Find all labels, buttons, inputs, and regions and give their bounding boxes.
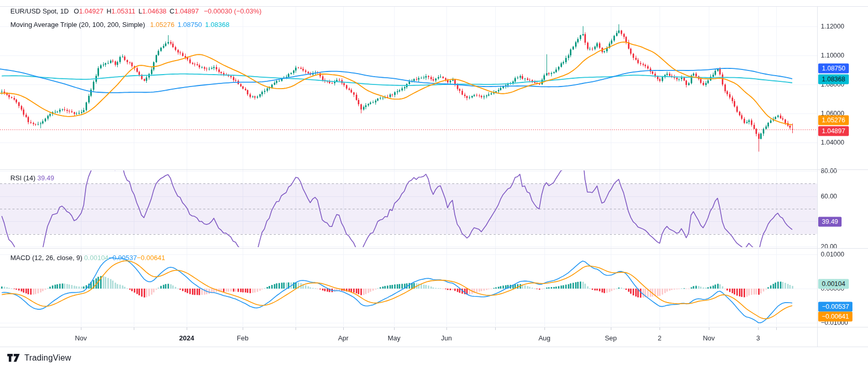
- panel-divider: [0, 6, 868, 7]
- ohlc-number: 1.05311: [111, 7, 135, 15]
- rsi-badge: 39.49: [818, 217, 842, 227]
- symbol-header-row: EUR/USD Spot, 1D O1.04927H1.05311L1.0463…: [10, 7, 261, 15]
- ma-indicator-row: Moving Average Triple (20, 100, 200, Sim…: [10, 21, 233, 28]
- ohlc-item: H1.05311: [106, 7, 138, 15]
- tradingview-logo-icon: [7, 353, 20, 364]
- ma-value: 1.05276: [150, 21, 175, 28]
- macd-value: −0.00641: [137, 254, 165, 262]
- ohlc-number: 1.04897: [175, 7, 199, 15]
- macd-line-badge: −0.00537: [818, 302, 852, 312]
- macd-value: 0.00104: [84, 254, 108, 262]
- chart-plot-canvas[interactable]: [0, 0, 868, 372]
- macd-signal-badge: −0.00641: [818, 312, 852, 322]
- ohlc-item: O1.04927: [74, 7, 106, 15]
- time-axis-area[interactable]: [0, 327, 868, 347]
- rsi-value: 39.49: [37, 174, 54, 182]
- ohlc-letter: C: [170, 7, 174, 15]
- ma-indicator-label[interactable]: Moving Average Triple (20, 100, 200, Sim…: [10, 21, 145, 28]
- rsi-label[interactable]: RSI (14): [10, 174, 35, 182]
- macd-hist-badge: 0.00104: [818, 279, 849, 289]
- panel-divider: [0, 347, 868, 347]
- ma-value: 1.08368: [205, 21, 230, 28]
- ohlc-number: 1.04638: [142, 7, 166, 15]
- ma-value: 1.08750: [178, 21, 202, 28]
- ma100-badge: 1.08750: [818, 64, 849, 74]
- macd-label-row: MACD (12, 26, close, 9) 0.00104−0.00537−…: [10, 254, 165, 262]
- rsi-label-row: RSI (14) 39.49: [10, 174, 54, 182]
- tradingview-chart-window: EUR/USD Spot, 1D O1.04927H1.05311L1.0463…: [0, 0, 868, 372]
- symbol-title[interactable]: EUR/USD Spot, 1D: [10, 7, 69, 15]
- ohlc-letter: H: [106, 7, 111, 15]
- panel-divider: [0, 169, 868, 170]
- ohlc-item: C1.04897: [170, 7, 202, 15]
- macd-values: 0.00104−0.00537−0.00641: [84, 254, 165, 262]
- tradingview-attribution[interactable]: TradingView: [7, 351, 71, 365]
- ohlc-letter: O: [74, 7, 79, 15]
- ma200-badge: 1.08368: [818, 75, 849, 84]
- ohlc-values: O1.04927H1.05311L1.04638C1.04897: [74, 7, 202, 15]
- macd-value: −0.00537: [108, 254, 137, 262]
- ma-indicator-values: 1.052761.087501.08368: [150, 21, 233, 28]
- ma20-badge: 1.05276: [818, 116, 849, 125]
- change-value: −0.00030 (−0.03%): [204, 7, 261, 15]
- panel-divider: [0, 248, 868, 249]
- ohlc-number: 1.04927: [79, 7, 103, 15]
- price-axis-area[interactable]: [818, 6, 868, 326]
- last-price-badge: 1.04897: [818, 126, 849, 136]
- macd-label[interactable]: MACD (12, 26, close, 9): [10, 254, 82, 262]
- ohlc-item: L1.04638: [138, 7, 170, 15]
- tradingview-brand-text: TradingView: [24, 353, 71, 363]
